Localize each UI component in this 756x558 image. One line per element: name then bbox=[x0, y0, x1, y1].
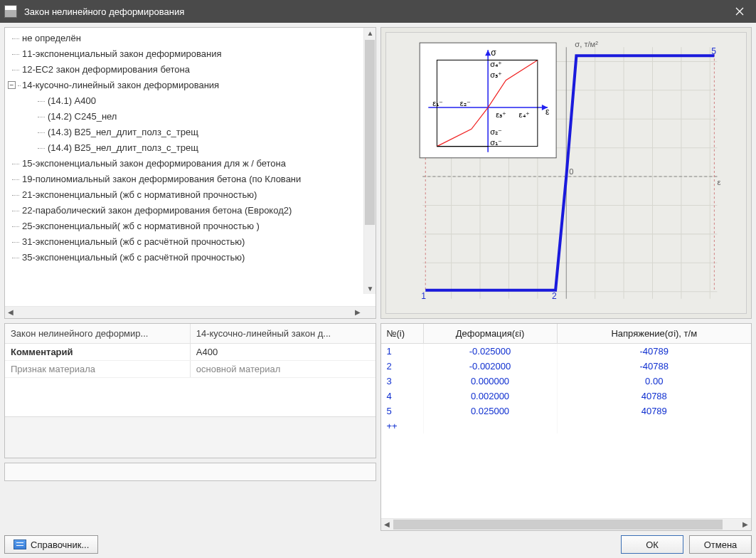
col-header-strain[interactable]: Деформация(εi) bbox=[424, 324, 558, 343]
prop-key: Комментарий bbox=[5, 344, 191, 360]
close-icon bbox=[735, 7, 744, 16]
dialog-buttons: ОК Отмена bbox=[621, 535, 752, 554]
tree-item[interactable]: (14.1) А400 bbox=[35, 93, 376, 109]
svg-text:0: 0 bbox=[569, 167, 573, 176]
tree-item[interactable]: 25-экспоненциальный( жб с нормативной пр… bbox=[9, 219, 376, 234]
law-tree[interactable]: не определён11-экспоненциальный закон де… bbox=[5, 28, 376, 306]
svg-text:ε₂⁻: ε₂⁻ bbox=[459, 99, 470, 107]
scroll-up-icon: ▲ bbox=[367, 29, 374, 37]
scroll-thumb[interactable] bbox=[393, 520, 723, 530]
table-header: №(i) Деформация(εi) Напряжение(σi), т/м bbox=[381, 324, 752, 344]
reference-label: Справочник... bbox=[31, 539, 89, 550]
tree-item[interactable]: 12-EC2 закон деформирования бетона bbox=[9, 62, 376, 78]
svg-text:σ, т/м²: σ, т/м² bbox=[575, 40, 598, 48]
property-panel: Закон нелинейного деформир... 14-кусочно… bbox=[4, 323, 376, 458]
table-row[interactable]: 50.02500040789 bbox=[381, 404, 752, 418]
tree-item[interactable]: 15-экспоненциальный закон деформирования… bbox=[9, 156, 376, 172]
tree-item[interactable]: 11-экспоненциальный закон деформирования bbox=[9, 46, 376, 62]
reference-button[interactable]: Справочник... bbox=[4, 535, 98, 554]
table-row[interactable]: 1-0.025000-40789 bbox=[381, 344, 752, 359]
tree-item[interactable]: 31-экспоненциальный (жб с расчётной проч… bbox=[9, 234, 376, 250]
table-row[interactable]: 30.0000000.00 bbox=[381, 374, 752, 389]
scroll-left-icon: ◀ bbox=[384, 520, 390, 528]
svg-text:ε₄⁺: ε₄⁺ bbox=[518, 110, 529, 119]
svg-text:2: 2 bbox=[552, 291, 557, 301]
tree-item-group14[interactable]: −14-кусочно-линейный закон деформировани… bbox=[9, 78, 376, 156]
tree-item[interactable]: 19-полиномиальный закон деформирования б… bbox=[9, 172, 376, 187]
svg-text:σ: σ bbox=[491, 48, 496, 58]
ok-label: ОК bbox=[646, 539, 659, 550]
table-scrollbar-horizontal[interactable]: ◀ ▶ bbox=[381, 518, 752, 530]
ok-button[interactable]: ОК bbox=[621, 535, 683, 554]
button-row: Справочник... ОК Отмена bbox=[4, 531, 752, 554]
table-row[interactable]: 40.00200040788 bbox=[381, 389, 752, 404]
prop-row-comment[interactable]: Комментарий А400 bbox=[5, 344, 376, 361]
table-row[interactable]: 2-0.002000-40788 bbox=[381, 359, 752, 374]
prop-val: А400 bbox=[191, 344, 376, 360]
right-column: σ, т/м² ε 0 1 2 5 bbox=[380, 27, 752, 531]
tree-item[interactable]: (14.2) С245_нел bbox=[35, 109, 376, 125]
tree-expander-icon[interactable]: − bbox=[8, 81, 16, 89]
window-title: Закон нелинейного деформирования bbox=[24, 6, 723, 17]
prop-header-left: Закон нелинейного деформир... bbox=[5, 324, 191, 343]
tree-item[interactable]: 22-параболический закон деформирования б… bbox=[9, 203, 376, 219]
svg-text:1: 1 bbox=[421, 291, 426, 301]
tree-item[interactable]: не определён bbox=[9, 31, 376, 46]
scroll-down-icon: ▼ bbox=[367, 285, 374, 293]
col-header-index[interactable]: №(i) bbox=[381, 324, 424, 343]
svg-text:ε₁⁻: ε₁⁻ bbox=[432, 99, 443, 107]
tree-item[interactable]: 21-экспоненциальный (жб с нормативной пр… bbox=[9, 187, 376, 203]
titlebar: Закон нелинейного деформирования bbox=[0, 0, 756, 23]
prop-row-material[interactable]: Признак материала основной материал bbox=[5, 361, 376, 378]
svg-text:σ₃⁺: σ₃⁺ bbox=[490, 70, 502, 79]
chart-svg: σ, т/м² ε 0 1 2 5 bbox=[386, 33, 747, 313]
table-add-row[interactable]: ++ bbox=[381, 418, 752, 433]
main-row: не определён11-экспоненциальный закон де… bbox=[4, 27, 752, 531]
table-body[interactable]: 1-0.025000-407892-0.002000-4078830.00000… bbox=[381, 344, 752, 518]
chart-panel: σ, т/м² ε 0 1 2 5 bbox=[380, 27, 752, 319]
svg-text:ε: ε bbox=[717, 178, 720, 186]
prop-header-right: 14-кусочно-линейный закон д... bbox=[191, 324, 376, 343]
prop-key: Признак материала bbox=[5, 361, 191, 377]
cancel-label: Отмена bbox=[704, 539, 738, 550]
cancel-button[interactable]: Отмена bbox=[689, 535, 752, 554]
property-header: Закон нелинейного деформир... 14-кусочно… bbox=[5, 324, 376, 344]
svg-text:σ₄⁺: σ₄⁺ bbox=[490, 60, 502, 68]
tree-item[interactable]: (14.3) В25_нел_длит_полз_с_трещ bbox=[35, 125, 376, 140]
property-description bbox=[5, 416, 376, 458]
svg-text:σ₂⁻: σ₂⁻ bbox=[490, 127, 502, 136]
prop-val: основной материал bbox=[191, 361, 376, 377]
tree-item[interactable]: 35-экспоненциальный (жб с расчётной проч… bbox=[9, 250, 376, 265]
client-area: не определён11-экспоненциальный закон де… bbox=[0, 23, 756, 558]
left-column: не определён11-экспоненциальный закон де… bbox=[4, 27, 376, 531]
scroll-thumb[interactable] bbox=[365, 40, 375, 225]
reference-icon bbox=[14, 539, 26, 549]
scroll-right-icon: ▶ bbox=[355, 308, 361, 316]
scroll-right-icon: ▶ bbox=[742, 520, 748, 528]
app-icon bbox=[4, 5, 17, 18]
svg-text:ε₃⁺: ε₃⁺ bbox=[496, 110, 506, 119]
svg-text:ε: ε bbox=[545, 107, 549, 117]
chart-area: σ, т/м² ε 0 1 2 5 bbox=[385, 32, 747, 314]
svg-text:5: 5 bbox=[711, 46, 716, 56]
tree-item-label: 14-кусочно-линейный закон деформирования bbox=[22, 80, 219, 90]
tree-scrollbar-horizontal[interactable]: ◀ ▶ bbox=[5, 306, 376, 318]
window: Закон нелинейного деформирования не опре… bbox=[0, 0, 756, 558]
scroll-left-icon: ◀ bbox=[8, 308, 14, 316]
tree-item[interactable]: (14.4) В25_нел_длит_полз_с_трещ bbox=[35, 140, 376, 156]
svg-text:σ₁⁻: σ₁⁻ bbox=[490, 138, 502, 147]
data-table-panel: №(i) Деформация(εi) Напряжение(σi), т/м … bbox=[380, 323, 752, 531]
law-tree-panel: не определён11-экспоненциальный закон де… bbox=[4, 27, 376, 319]
property-footer bbox=[4, 463, 376, 481]
tree-scrollbar-vertical[interactable]: ▲ ▼ bbox=[363, 28, 376, 294]
close-button[interactable] bbox=[723, 0, 756, 23]
col-header-stress[interactable]: Напряжение(σi), т/м bbox=[558, 324, 752, 343]
